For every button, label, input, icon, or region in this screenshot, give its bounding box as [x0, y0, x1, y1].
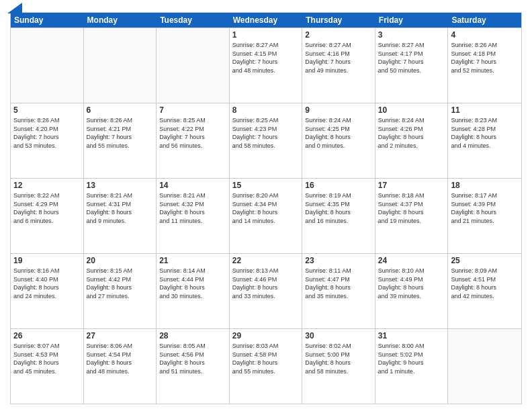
calendar-row-1: 5Sunrise: 8:26 AM Sunset: 4:20 PM Daylig…: [11, 103, 521, 178]
day-number: 29: [232, 331, 300, 340]
day-number: 15: [232, 181, 300, 190]
cell-info: Sunrise: 8:17 AM Sunset: 4:39 PM Dayligh…: [451, 191, 519, 225]
empty-cell-4-6: [448, 329, 521, 404]
cell-info: Sunrise: 8:10 AM Sunset: 4:49 PM Dayligh…: [378, 267, 445, 300]
day-cell-31: 31Sunrise: 8:00 AM Sunset: 5:02 PM Dayli…: [375, 329, 449, 404]
day-cell-10: 10Sunrise: 8:24 AM Sunset: 4:26 PM Dayli…: [375, 103, 449, 178]
weekday-header-wednesday: Wednesday: [230, 13, 303, 28]
calendar: SundayMondayTuesdayWednesdayThursdayFrid…: [10, 12, 522, 404]
day-number: 23: [305, 256, 372, 265]
day-number: 19: [13, 256, 81, 265]
cell-info: Sunrise: 8:26 AM Sunset: 4:21 PM Dayligh…: [87, 116, 154, 150]
day-number: 7: [159, 105, 226, 115]
day-cell-16: 16Sunrise: 8:19 AM Sunset: 4:35 PM Dayli…: [302, 179, 375, 253]
page: SundayMondayTuesdayWednesdayThursdayFrid…: [0, 0, 532, 411]
cell-info: Sunrise: 8:20 AM Sunset: 4:34 PM Dayligh…: [232, 191, 300, 225]
day-cell-4: 4Sunrise: 8:26 AM Sunset: 4:18 PM Daylig…: [448, 28, 521, 103]
day-number: 16: [305, 181, 372, 190]
empty-cell-0-1: [84, 28, 157, 103]
cell-info: Sunrise: 8:03 AM Sunset: 4:58 PM Dayligh…: [232, 342, 300, 375]
day-cell-30: 30Sunrise: 8:02 AM Sunset: 5:00 PM Dayli…: [302, 329, 375, 404]
cell-info: Sunrise: 8:25 AM Sunset: 4:23 PM Dayligh…: [232, 116, 300, 150]
day-number: 26: [13, 331, 81, 340]
weekday-header-tuesday: Tuesday: [157, 13, 230, 28]
day-cell-22: 22Sunrise: 8:13 AM Sunset: 4:46 PM Dayli…: [230, 254, 303, 328]
cell-info: Sunrise: 8:25 AM Sunset: 4:22 PM Dayligh…: [159, 116, 226, 150]
cell-info: Sunrise: 8:13 AM Sunset: 4:46 PM Dayligh…: [232, 267, 300, 300]
day-number: 25: [451, 256, 519, 265]
cell-info: Sunrise: 8:18 AM Sunset: 4:37 PM Dayligh…: [378, 191, 445, 225]
cell-info: Sunrise: 8:27 AM Sunset: 4:15 PM Dayligh…: [232, 41, 300, 75]
day-number: 30: [305, 331, 372, 340]
cell-info: Sunrise: 8:05 AM Sunset: 4:56 PM Dayligh…: [159, 342, 226, 375]
day-cell-29: 29Sunrise: 8:03 AM Sunset: 4:58 PM Dayli…: [230, 329, 303, 404]
weekday-header-sunday: Sunday: [11, 13, 84, 28]
day-cell-9: 9Sunrise: 8:24 AM Sunset: 4:25 PM Daylig…: [302, 103, 375, 178]
day-cell-18: 18Sunrise: 8:17 AM Sunset: 4:39 PM Dayli…: [448, 179, 521, 253]
day-cell-28: 28Sunrise: 8:05 AM Sunset: 4:56 PM Dayli…: [157, 329, 230, 404]
day-number: 3: [378, 30, 445, 40]
day-cell-23: 23Sunrise: 8:11 AM Sunset: 4:47 PM Dayli…: [302, 254, 375, 328]
day-number: 12: [13, 181, 81, 190]
calendar-body: 1Sunrise: 8:27 AM Sunset: 4:15 PM Daylig…: [11, 28, 521, 404]
calendar-row-4: 26Sunrise: 8:07 AM Sunset: 4:53 PM Dayli…: [11, 328, 521, 404]
cell-info: Sunrise: 8:09 AM Sunset: 4:51 PM Dayligh…: [451, 267, 519, 300]
empty-cell-0-0: [11, 28, 84, 103]
day-cell-24: 24Sunrise: 8:10 AM Sunset: 4:49 PM Dayli…: [375, 254, 449, 328]
cell-info: Sunrise: 8:06 AM Sunset: 4:54 PM Dayligh…: [87, 342, 154, 375]
day-number: 11: [451, 105, 519, 115]
calendar-row-0: 1Sunrise: 8:27 AM Sunset: 4:15 PM Daylig…: [11, 28, 521, 103]
day-cell-12: 12Sunrise: 8:22 AM Sunset: 4:29 PM Dayli…: [11, 179, 84, 253]
cell-info: Sunrise: 8:02 AM Sunset: 5:00 PM Dayligh…: [305, 342, 372, 375]
day-number: 31: [378, 331, 445, 340]
day-cell-15: 15Sunrise: 8:20 AM Sunset: 4:34 PM Dayli…: [230, 179, 303, 253]
day-cell-5: 5Sunrise: 8:26 AM Sunset: 4:20 PM Daylig…: [11, 103, 84, 178]
day-cell-6: 6Sunrise: 8:26 AM Sunset: 4:21 PM Daylig…: [84, 103, 157, 178]
day-number: 20: [87, 256, 154, 265]
weekday-header-thursday: Thursday: [302, 13, 375, 28]
cell-info: Sunrise: 8:07 AM Sunset: 4:53 PM Dayligh…: [13, 342, 81, 375]
cell-info: Sunrise: 8:21 AM Sunset: 4:31 PM Dayligh…: [87, 191, 154, 225]
day-number: 27: [87, 331, 154, 340]
empty-cell-0-2: [157, 28, 230, 103]
day-cell-25: 25Sunrise: 8:09 AM Sunset: 4:51 PM Dayli…: [448, 254, 521, 328]
cell-info: Sunrise: 8:11 AM Sunset: 4:47 PM Dayligh…: [305, 267, 372, 300]
cell-info: Sunrise: 8:00 AM Sunset: 5:02 PM Dayligh…: [378, 342, 445, 375]
day-number: 9: [305, 105, 372, 115]
day-number: 24: [378, 256, 445, 265]
day-number: 18: [451, 181, 519, 190]
cell-info: Sunrise: 8:26 AM Sunset: 4:18 PM Dayligh…: [451, 41, 519, 75]
day-number: 17: [378, 181, 445, 190]
day-cell-17: 17Sunrise: 8:18 AM Sunset: 4:37 PM Dayli…: [375, 179, 449, 253]
day-number: 13: [87, 181, 154, 190]
day-cell-11: 11Sunrise: 8:23 AM Sunset: 4:28 PM Dayli…: [448, 103, 521, 178]
day-number: 1: [232, 30, 300, 40]
day-cell-2: 2Sunrise: 8:27 AM Sunset: 4:16 PM Daylig…: [302, 28, 375, 103]
day-number: 2: [305, 30, 372, 40]
cell-info: Sunrise: 8:27 AM Sunset: 4:16 PM Dayligh…: [305, 41, 372, 75]
calendar-header: SundayMondayTuesdayWednesdayThursdayFrid…: [11, 13, 521, 28]
day-cell-3: 3Sunrise: 8:27 AM Sunset: 4:17 PM Daylig…: [375, 28, 449, 103]
day-cell-8: 8Sunrise: 8:25 AM Sunset: 4:23 PM Daylig…: [230, 103, 303, 178]
day-cell-13: 13Sunrise: 8:21 AM Sunset: 4:31 PM Dayli…: [84, 179, 157, 253]
day-number: 6: [87, 105, 154, 115]
cell-info: Sunrise: 8:16 AM Sunset: 4:40 PM Dayligh…: [13, 267, 81, 300]
day-cell-27: 27Sunrise: 8:06 AM Sunset: 4:54 PM Dayli…: [84, 329, 157, 404]
svg-marker-0: [7, 3, 22, 13]
day-number: 5: [13, 105, 81, 115]
day-cell-26: 26Sunrise: 8:07 AM Sunset: 4:53 PM Dayli…: [11, 329, 84, 404]
day-cell-14: 14Sunrise: 8:21 AM Sunset: 4:32 PM Dayli…: [157, 179, 230, 253]
day-number: 8: [232, 105, 300, 115]
cell-info: Sunrise: 8:19 AM Sunset: 4:35 PM Dayligh…: [305, 191, 372, 225]
day-number: 21: [159, 256, 226, 265]
day-number: 22: [232, 256, 300, 265]
calendar-row-2: 12Sunrise: 8:22 AM Sunset: 4:29 PM Dayli…: [11, 178, 521, 253]
cell-info: Sunrise: 8:23 AM Sunset: 4:28 PM Dayligh…: [451, 116, 519, 150]
day-cell-7: 7Sunrise: 8:25 AM Sunset: 4:22 PM Daylig…: [157, 103, 230, 178]
day-cell-1: 1Sunrise: 8:27 AM Sunset: 4:15 PM Daylig…: [230, 28, 303, 103]
logo-icon: [7, 3, 22, 13]
weekday-header-monday: Monday: [84, 13, 157, 28]
cell-info: Sunrise: 8:26 AM Sunset: 4:20 PM Dayligh…: [13, 116, 81, 150]
day-cell-19: 19Sunrise: 8:16 AM Sunset: 4:40 PM Dayli…: [11, 254, 84, 328]
day-number: 10: [378, 105, 445, 115]
